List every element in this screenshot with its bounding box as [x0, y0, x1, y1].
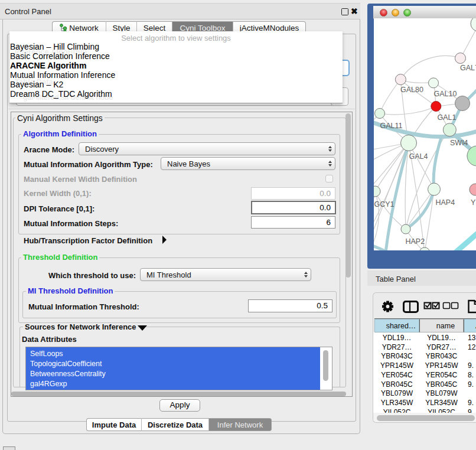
svg-text:GAL1: GAL1 [438, 113, 457, 122]
svg-text:GAL4: GAL4 [409, 152, 428, 161]
svg-text:HAP4: HAP4 [436, 198, 455, 207]
svg-text:SWI4: SWI4 [450, 139, 468, 147]
svg-text:GAL80: GAL80 [400, 86, 423, 94]
svg-text:HAP2: HAP2 [406, 237, 425, 246]
svg-text:GAL7: GAL7 [460, 64, 476, 72]
svg-text:GAL11: GAL11 [380, 122, 403, 130]
svg-text:GCY1: GCY1 [374, 200, 395, 208]
svg-text:Y: Y [471, 198, 476, 207]
svg-text:GAL10: GAL10 [434, 90, 457, 98]
